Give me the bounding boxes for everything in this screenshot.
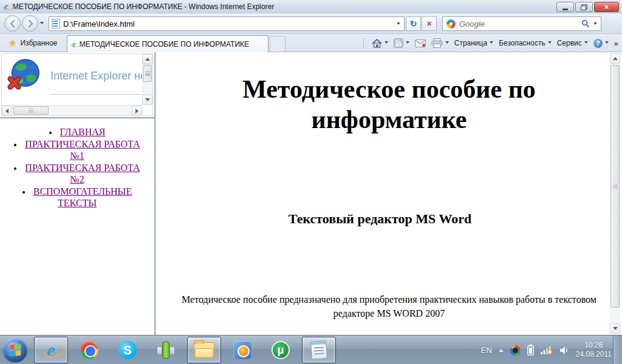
help-icon: ? bbox=[593, 39, 603, 48]
forward-button[interactable] bbox=[22, 15, 38, 32]
error-message: Internet Explorer не bbox=[50, 70, 142, 83]
show-desktop-button[interactable] bbox=[613, 335, 622, 364]
window-controls: × bbox=[556, 2, 619, 12]
refresh-button[interactable]: ↻ bbox=[406, 16, 421, 31]
tab-active[interactable]: e МЕТОДИЧЕСКОЕ ПОСОБИЕ ПО ИНФОРМАТИКЕ bbox=[67, 35, 268, 52]
taskbar-clock[interactable]: 10:26 24.08.2011 bbox=[576, 341, 612, 359]
back-button[interactable] bbox=[4, 15, 21, 32]
menu-tools[interactable]: Сервис bbox=[557, 39, 588, 47]
overflow-chevron-icon[interactable]: » bbox=[614, 39, 618, 48]
qip-icon bbox=[157, 342, 175, 359]
tab-ie-icon: e bbox=[72, 40, 76, 48]
sidebar-link-practice-1[interactable]: ПРАКТИЧЕСКАЯ РАБОТА №1 bbox=[13, 138, 141, 162]
menu-tools-label: Сервис bbox=[557, 39, 582, 47]
arrow-down-icon bbox=[145, 98, 150, 104]
minimize-button[interactable] bbox=[556, 2, 574, 12]
scroll-thumb[interactable] bbox=[610, 65, 620, 308]
tray-app-icon[interactable] bbox=[510, 345, 521, 356]
menu-page[interactable]: Страница bbox=[454, 39, 493, 47]
history-dropdown-icon[interactable] bbox=[40, 22, 44, 26]
start-button[interactable] bbox=[3, 338, 27, 362]
scroll-down-button[interactable] bbox=[610, 323, 620, 334]
menu-page-label: Страница bbox=[454, 39, 487, 47]
main-vertical-scrollbar[interactable] bbox=[610, 53, 620, 334]
arrow-right-icon bbox=[135, 109, 141, 113]
battery-icon[interactable] bbox=[527, 345, 534, 356]
scroll-left-button[interactable] bbox=[2, 106, 12, 116]
taskbar-buttons: e S µ bbox=[34, 337, 336, 363]
new-tab-stub[interactable] bbox=[270, 36, 285, 52]
taskbar-chrome-button[interactable] bbox=[72, 337, 106, 363]
close-icon: × bbox=[604, 3, 609, 11]
taskbar-utorrent-button[interactable]: µ bbox=[264, 337, 298, 363]
taskbar-explorer-button[interactable] bbox=[187, 337, 221, 363]
sidebar-link-label[interactable]: ПРАКТИЧЕСКАЯ РАБОТА №1 bbox=[25, 139, 140, 161]
main-frame: Методическое пособие по информатике Текс… bbox=[156, 52, 622, 335]
language-indicator[interactable]: EN bbox=[481, 346, 492, 355]
sidebar-link-label[interactable]: ВСПОМОГАТЕЛЬНЫЕ ТЕКСТЫ bbox=[33, 186, 132, 209]
stop-button[interactable]: × bbox=[422, 16, 437, 31]
close-button[interactable]: × bbox=[594, 2, 619, 12]
scroll-thumb-horizontal[interactable] bbox=[13, 106, 49, 115]
mini-horizontal-scrollbar[interactable] bbox=[2, 105, 142, 115]
folder-icon bbox=[194, 342, 214, 358]
utorrent-icon: µ bbox=[272, 341, 290, 359]
page-icon bbox=[52, 19, 60, 29]
address-dropdown-icon[interactable] bbox=[397, 22, 400, 27]
scroll-down-button[interactable] bbox=[142, 95, 152, 105]
sidebar-link-aux-texts[interactable]: ВСПОМОГАТЕЛЬНЫЕ ТЕКСТЫ bbox=[13, 186, 141, 209]
feeds-button[interactable] bbox=[394, 38, 409, 48]
restore-icon bbox=[581, 4, 587, 10]
scroll-up-button[interactable] bbox=[142, 54, 152, 64]
address-input[interactable] bbox=[63, 19, 394, 29]
page-subtitle: Текстовый редактор MS Word bbox=[156, 211, 604, 227]
tools-dropdown-icon bbox=[584, 41, 588, 46]
taskbar-qip-button[interactable] bbox=[149, 337, 183, 363]
sidebar-link-label[interactable]: ГЛАВНАЯ bbox=[60, 127, 106, 137]
taskbar-skype-button[interactable]: S bbox=[111, 337, 145, 363]
help-button[interactable]: ? bbox=[593, 39, 609, 48]
hidden-icons-button[interactable] bbox=[499, 346, 504, 352]
volume-icon[interactable] bbox=[559, 346, 569, 355]
sidebar-frame: Internet Explorer не ГЛАВНАЯ ПРАКТИЧЕСКА… bbox=[0, 52, 154, 335]
ie-logo-icon: e bbox=[4, 2, 9, 11]
mail-button[interactable] bbox=[415, 39, 426, 47]
search-input[interactable] bbox=[459, 19, 581, 29]
address-bar[interactable] bbox=[49, 16, 405, 31]
system-tray: EN 10:26 24.08.2011 bbox=[481, 335, 612, 364]
sidebar-link-practice-2[interactable]: ПРАКТИЧЕСКАЯ РАБОТА №2 bbox=[13, 162, 141, 186]
favorites-label: Избранное bbox=[20, 39, 57, 47]
scroll-thumb[interactable] bbox=[143, 65, 152, 82]
network-icon[interactable] bbox=[541, 345, 553, 355]
media-player-icon bbox=[233, 341, 251, 359]
sidebar-nav-links: ГЛАВНАЯ ПРАКТИЧЕСКАЯ РАБОТА №1 ПРАКТИЧЕС… bbox=[13, 126, 141, 209]
browser-viewport: Internet Explorer не ГЛАВНАЯ ПРАКТИЧЕСКА… bbox=[0, 52, 622, 335]
scroll-right-button[interactable] bbox=[132, 106, 142, 116]
taskbar-notepad-button[interactable] bbox=[302, 337, 336, 363]
taskbar-wmp-button[interactable] bbox=[225, 337, 259, 363]
home-button[interactable] bbox=[372, 39, 388, 48]
mini-vertical-scrollbar[interactable] bbox=[142, 54, 152, 105]
sidebar-link-main[interactable]: ГЛАВНАЯ bbox=[13, 126, 141, 138]
favorites-button[interactable]: ★ Избранное bbox=[2, 35, 63, 51]
search-dropdown-icon[interactable] bbox=[593, 22, 597, 27]
scroll-up-button[interactable] bbox=[610, 53, 620, 64]
restore-button[interactable] bbox=[575, 2, 593, 12]
menu-security[interactable]: Безопасность bbox=[499, 39, 552, 47]
print-button[interactable] bbox=[431, 38, 449, 48]
search-icon[interactable] bbox=[581, 19, 590, 28]
taskbar-ie-button[interactable]: e bbox=[34, 337, 68, 363]
sidebar-link-label[interactable]: ПРАКТИЧЕСКАЯ РАБОТА №2 bbox=[25, 163, 140, 185]
refresh-icon: ↻ bbox=[410, 19, 417, 29]
print-dropdown-icon bbox=[445, 41, 449, 46]
taskbar: e S µ EN 10:26 24.08.2011 bbox=[0, 335, 622, 364]
error-frame: Internet Explorer не bbox=[1, 53, 153, 116]
command-bar: Страница Безопасность Сервис ? » bbox=[360, 34, 622, 52]
chrome-icon bbox=[80, 341, 98, 359]
page-title: Методическое пособие по информатике bbox=[195, 74, 584, 135]
error-frame-content: Internet Explorer не bbox=[2, 54, 142, 105]
favorites-bar: ★ Избранное e МЕТОДИЧЕСКОЕ ПОСОБИЕ ПО ИН… bbox=[0, 34, 622, 52]
home-icon bbox=[372, 39, 382, 48]
help-dropdown-icon bbox=[605, 41, 609, 46]
search-box[interactable] bbox=[442, 16, 601, 31]
